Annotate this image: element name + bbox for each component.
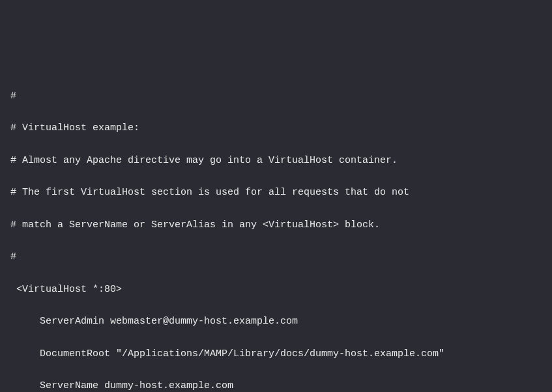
- code-line: ServerAdmin webmaster@dummy-host.example…: [10, 314, 542, 330]
- code-line: #: [10, 249, 542, 266]
- code-line: <VirtualHost *:80>: [10, 282, 542, 298]
- code-line: # The first VirtualHost section is used …: [10, 185, 542, 201]
- code-line: # VirtualHost example:: [10, 120, 542, 137]
- code-line: # match a ServerName or ServerAlias in a…: [10, 217, 542, 234]
- code-line: # Almost any Apache directive may go int…: [10, 153, 542, 169]
- code-line: ServerName dummy-host.example.com: [10, 378, 542, 392]
- code-line: #: [10, 89, 542, 105]
- config-file-content: # # VirtualHost example: # Almost any Ap…: [10, 72, 542, 392]
- code-line: DocumentRoot "/Applications/MAMP/Library…: [10, 346, 542, 363]
